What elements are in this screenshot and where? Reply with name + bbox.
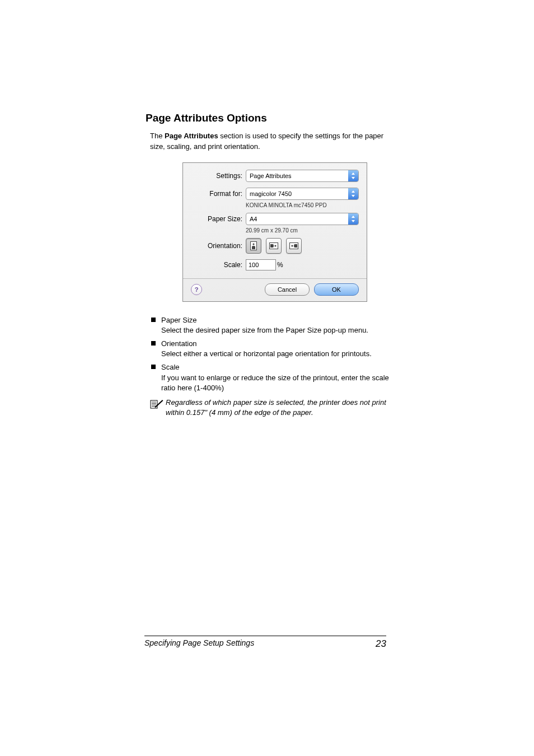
orientation-group xyxy=(246,238,302,254)
landscape-left-icon xyxy=(269,242,278,250)
format-for-popup-value: magicolor 7450 xyxy=(246,190,348,197)
orientation-portrait-button[interactable] xyxy=(246,238,261,254)
orientation-row: Orientation: xyxy=(191,238,359,254)
svg-point-5 xyxy=(291,245,293,246)
bullet-list: Paper Size Select the desired paper size… xyxy=(150,315,400,393)
scale-input[interactable] xyxy=(246,259,276,270)
page-setup-dialog: Settings: Page Attributes Format for: ma… xyxy=(182,162,367,302)
scale-percent-label: % xyxy=(277,261,283,269)
paper-size-row: Paper Size: A4 xyxy=(191,213,359,225)
paper-size-subtext: 20.99 cm x 29.70 cm xyxy=(246,227,359,234)
bullet-orientation: Orientation Select either a vertical or … xyxy=(150,339,400,359)
cancel-button[interactable]: Cancel xyxy=(265,283,310,296)
ok-button[interactable]: OK xyxy=(314,283,359,296)
intro-text-before: The xyxy=(150,132,165,140)
intro-strong: Page Attributes xyxy=(165,132,218,140)
settings-label: Settings: xyxy=(191,172,246,180)
help-button[interactable]: ? xyxy=(191,284,202,295)
bullet-title: Paper Size xyxy=(161,316,197,324)
format-row: Format for: magicolor 7450 xyxy=(191,188,359,200)
bullet-text: Select the desired paper size from the P… xyxy=(161,325,400,335)
scale-label: Scale: xyxy=(191,261,246,269)
format-for-popup[interactable]: magicolor 7450 xyxy=(246,188,359,200)
bullet-title: Scale xyxy=(161,363,180,371)
bullet-paper-size: Paper Size Select the desired paper size… xyxy=(150,315,400,335)
paper-size-popup-value: A4 xyxy=(246,216,348,222)
landscape-right-icon xyxy=(289,242,298,250)
dialog-screenshot: Settings: Page Attributes Format for: ma… xyxy=(150,162,400,302)
footer-page-number: 23 xyxy=(376,638,386,650)
note-text: Regardless of which paper size is select… xyxy=(166,398,400,418)
bullet-text: Select either a vertical or horizontal p… xyxy=(161,349,400,359)
footer-title: Specifying Page Setup Settings xyxy=(144,638,254,650)
document-page: Page Attributes Options The Page Attribu… xyxy=(0,0,534,756)
format-for-label: Format for: xyxy=(191,190,246,198)
format-for-subtext: KONICA MINOLTA mc7450 PPD xyxy=(246,202,359,208)
dialog-separator xyxy=(183,278,367,279)
svg-point-1 xyxy=(252,243,254,245)
settings-popup[interactable]: Page Attributes xyxy=(246,170,359,182)
bullet-title: Orientation xyxy=(161,339,197,348)
note-row: Regardless of which paper size is select… xyxy=(150,398,400,418)
settings-row: Settings: Page Attributes xyxy=(191,170,359,182)
scale-row: Scale: % xyxy=(191,259,359,270)
intro-paragraph: The Page Attributes section is used to s… xyxy=(150,131,400,152)
svg-point-3 xyxy=(274,245,276,246)
orientation-landscape-right-button[interactable] xyxy=(286,238,302,254)
svg-rect-6 xyxy=(151,400,157,408)
popup-arrows-icon xyxy=(348,213,358,225)
note-icon xyxy=(150,398,166,411)
settings-popup-value: Page Attributes xyxy=(246,172,348,179)
orientation-landscape-left-button[interactable] xyxy=(266,238,282,254)
bullet-scale: Scale If you want to enlarge or reduce t… xyxy=(150,362,400,393)
portrait-icon xyxy=(250,241,257,250)
popup-arrows-icon xyxy=(348,170,358,181)
paper-size-popup[interactable]: A4 xyxy=(246,213,359,225)
paper-size-label: Paper Size: xyxy=(191,215,246,223)
page-footer: Specifying Page Setup Settings 23 xyxy=(144,636,386,650)
dialog-footer: ? Cancel OK xyxy=(191,283,359,296)
popup-arrows-icon xyxy=(348,188,358,199)
orientation-label: Orientation: xyxy=(191,242,246,250)
bullet-text: If you want to enlarge or reduce the siz… xyxy=(161,373,400,393)
section-heading: Page Attributes Options xyxy=(146,112,400,124)
